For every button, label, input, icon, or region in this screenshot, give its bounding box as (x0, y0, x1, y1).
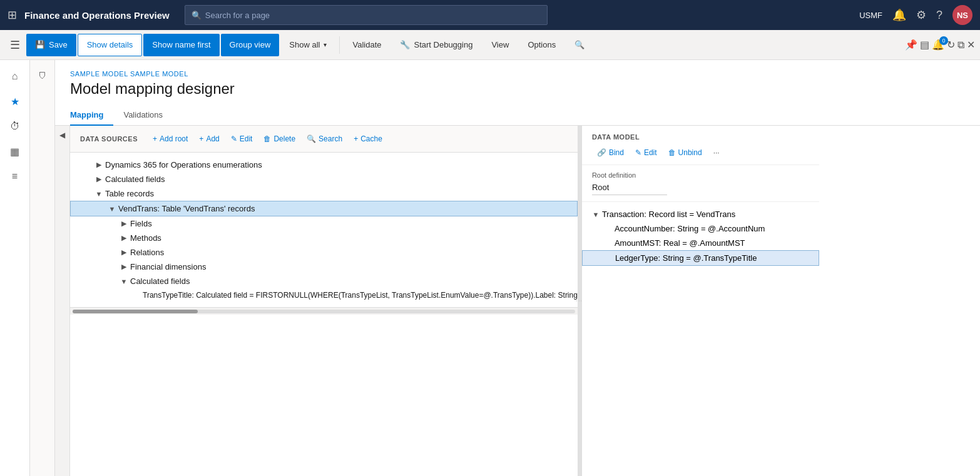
tree-item-calc-fields-top[interactable]: ▶ Calculated fields (70, 172, 578, 186)
search-toolbar-icon: 🔍 (574, 40, 584, 49)
tree-item-fields[interactable]: ▶ Fields (70, 216, 578, 231)
main-layout: ⌂ ★ ⏱ ▦ ≡ ⛉ SAMPLE MODEL SAMPLE MODEL Mo… (0, 60, 980, 476)
search-input[interactable] (205, 11, 541, 20)
calc-fields-inner-label: Calculated fields (130, 276, 190, 286)
ledger-type-label: LedgerType: String = @.TransTypeTitle (615, 253, 757, 263)
calc-fields-top-label: Calculated fields (105, 175, 165, 184)
scrollbar-thumb (73, 310, 198, 313)
search-ds-icon: 🔍 (307, 134, 316, 143)
search-bar[interactable]: 🔍 (185, 5, 548, 25)
dm-edit-button[interactable]: ✎ Edit (630, 146, 662, 160)
collapse-panel-button[interactable]: ◀ (55, 126, 70, 476)
more-button[interactable]: ··· (708, 146, 725, 160)
expand-table-records-icon: ▼ (93, 190, 105, 198)
start-debugging-button[interactable]: 🔧 Start Debugging (391, 34, 481, 56)
sidebar-item-modules[interactable]: ≡ (4, 165, 26, 188)
expand-amount-mst-icon (602, 240, 615, 247)
show-name-first-button[interactable]: Show name first (143, 34, 219, 56)
tab-validations[interactable]: Validations (123, 105, 173, 126)
usmf-label: USMF (859, 11, 882, 20)
add-button[interactable]: + Add (194, 132, 224, 146)
expand-financial-dims-icon: ▶ (118, 263, 130, 271)
sidebar-item-favorites[interactable]: ★ (4, 90, 26, 113)
data-sources-title: DATA SOURCES (80, 135, 138, 143)
sidebar-item-recent[interactable]: ⏱ (4, 115, 26, 138)
show-all-button[interactable]: Show all ▾ (280, 34, 335, 56)
collapse-icon: ◀ (59, 131, 65, 139)
unbind-icon: 🗑 (668, 148, 676, 157)
page-title: Model mapping designer (70, 80, 965, 98)
tree-item-financial-dims[interactable]: ▶ Financial dimensions (70, 260, 578, 274)
save-icon: 💾 (35, 40, 45, 49)
scrollbar-track (73, 310, 575, 313)
close-icon[interactable]: ✕ (967, 39, 975, 51)
tree-item-methods[interactable]: ▶ Methods (70, 231, 578, 245)
panel-icon[interactable]: ▤ (920, 39, 929, 51)
group-view-button[interactable]: Group view (221, 34, 280, 56)
app-title: Finance and Operations Preview (24, 10, 170, 21)
grid-icon[interactable]: ⊞ (8, 8, 17, 22)
root-definition-section: Root definition Root (582, 165, 819, 202)
tree-item-trans-type-title[interactable]: TransTypeTitle: Calculated field = FIRST… (70, 288, 578, 302)
help-icon[interactable]: ? (936, 9, 942, 22)
tree-item-table-records[interactable]: ▼ Table records (70, 186, 578, 201)
dm-item-amount-mst[interactable]: AmountMST: Real = @.AmountMST (582, 236, 819, 250)
dm-item-transaction[interactable]: ▼ Transaction: Record list = VendTrans (582, 207, 819, 221)
tree-item-calc-fields-inner[interactable]: ▼ Calculated fields (70, 274, 578, 288)
tab-mapping[interactable]: Mapping (70, 105, 113, 126)
options-button[interactable]: Options (519, 34, 564, 56)
tree-item-vendtrans[interactable]: ▼ VendTrans: Table 'VendTrans' records (70, 201, 578, 216)
data-model-header: DATA MODEL 🔗 Bind ✎ Edit 🗑 Unbind (582, 126, 819, 165)
add-root-button[interactable]: + Add root (148, 132, 193, 146)
search-button[interactable]: 🔍 Search (302, 132, 347, 146)
account-number-label: AccountNumber: String = @.AccountNum (615, 224, 765, 233)
data-model-title: DATA MODEL (592, 133, 809, 141)
expand-calc-fields-inner-icon: ▼ (118, 278, 130, 285)
dm-item-ledger-type[interactable]: LedgerType: String = @.TransTypeTitle (582, 250, 819, 266)
cache-icon: + (354, 134, 358, 143)
unbind-button[interactable]: 🗑 Unbind (663, 146, 707, 160)
delete-button[interactable]: 🗑 Delete (258, 132, 300, 146)
avatar[interactable]: NS (952, 5, 972, 25)
horizontal-scrollbar[interactable] (70, 307, 578, 315)
menu-icon[interactable]: ☰ (5, 38, 25, 52)
add-icon: + (199, 134, 203, 143)
root-definition-value: Root (592, 183, 667, 195)
financial-dims-label: Financial dimensions (130, 262, 206, 271)
expand-trans-type-title-icon (130, 291, 143, 299)
badge-icon[interactable]: 🔔 0 (932, 39, 944, 51)
settings-icon[interactable]: ⚙ (916, 8, 926, 22)
sidebar-item-home[interactable]: ⌂ (4, 65, 26, 88)
expand-account-number-icon (602, 225, 615, 233)
save-button[interactable]: 💾 Save (26, 34, 76, 56)
tree-item-dynamics365[interactable]: ▶ Dynamics 365 for Operations enumeratio… (70, 158, 578, 172)
content-area: ⛉ SAMPLE MODEL SAMPLE MODEL Model mappin… (30, 60, 980, 476)
expand-methods-icon: ▶ (118, 234, 130, 242)
main-panel: SAMPLE MODEL SAMPLE MODEL Model mapping … (55, 60, 980, 476)
dm-item-account-number[interactable]: AccountNumber: String = @.AccountNum (582, 221, 819, 236)
filter-icon[interactable]: ⛉ (33, 66, 52, 85)
open-new-icon[interactable]: ⧉ (957, 39, 964, 51)
expand-ledger-type-icon (603, 255, 615, 262)
sidebar-item-workspaces[interactable]: ▦ (4, 140, 26, 163)
dynamics365-label: Dynamics 365 for Operations enumerations (105, 160, 262, 170)
validate-button[interactable]: Validate (344, 34, 390, 56)
show-details-button[interactable]: Show details (78, 34, 143, 56)
view-button[interactable]: View (482, 34, 518, 56)
bind-button[interactable]: 🔗 Bind (592, 146, 629, 160)
search-toolbar-button[interactable]: 🔍 (566, 34, 593, 56)
edit-button[interactable]: ✎ Edit (226, 132, 258, 146)
pin-icon[interactable]: 📌 (905, 39, 917, 51)
data-sources-tree: ▶ Dynamics 365 for Operations enumeratio… (70, 153, 578, 307)
tree-item-relations[interactable]: ▶ Relations (70, 245, 578, 260)
breadcrumb: SAMPLE MODEL SAMPLE MODEL (70, 70, 965, 78)
page-header: SAMPLE MODEL SAMPLE MODEL Model mapping … (55, 60, 980, 105)
bind-icon: 🔗 (597, 148, 606, 157)
cache-button[interactable]: + Cache (349, 132, 387, 146)
methods-label: Methods (130, 233, 161, 243)
expand-relations-icon: ▶ (118, 248, 130, 256)
tabs: Mapping Validations (55, 105, 980, 126)
notification-icon[interactable]: 🔔 (892, 8, 906, 22)
top-nav-right: USMF 🔔 ⚙ ? NS (859, 5, 972, 25)
toolbar-divider-1 (339, 36, 340, 54)
